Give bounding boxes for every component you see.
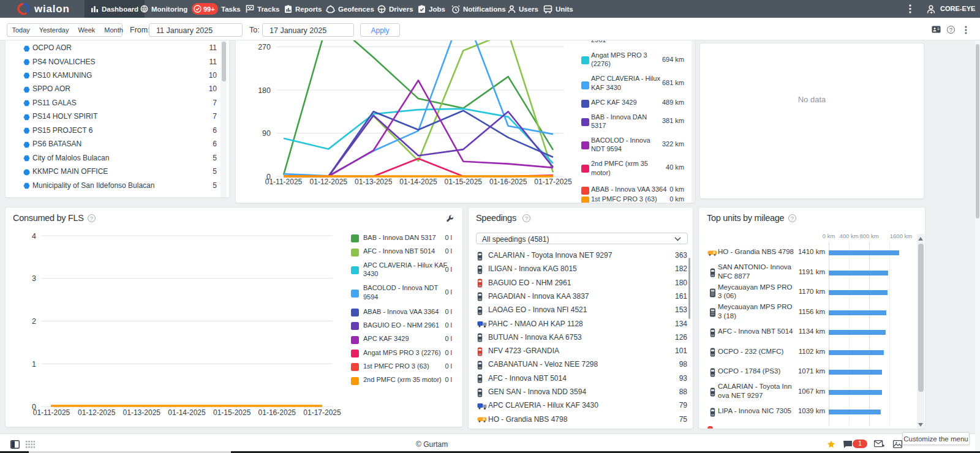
svg-text:270: 270 bbox=[258, 43, 271, 51]
svg-text:01-14-2025: 01-14-2025 bbox=[399, 178, 437, 186]
svg-text:4: 4 bbox=[32, 232, 36, 241]
svg-text:01-11-2025: 01-11-2025 bbox=[265, 178, 303, 186]
svg-text:01-15-2025: 01-15-2025 bbox=[213, 408, 251, 417]
svg-text:01-17-2025: 01-17-2025 bbox=[534, 178, 572, 186]
svg-text:01-14-2025: 01-14-2025 bbox=[168, 408, 206, 417]
svg-text:3: 3 bbox=[32, 274, 36, 283]
svg-text:01-13-2025: 01-13-2025 bbox=[355, 178, 393, 186]
svg-text:01-16-2025: 01-16-2025 bbox=[258, 408, 296, 417]
svg-text:2: 2 bbox=[32, 317, 36, 326]
svg-text:01-12-2025: 01-12-2025 bbox=[78, 408, 116, 417]
svg-text:01-11-2025: 01-11-2025 bbox=[33, 408, 70, 417]
svg-text:01-16-2025: 01-16-2025 bbox=[489, 178, 527, 186]
svg-text:01-13-2025: 01-13-2025 bbox=[123, 408, 161, 417]
svg-text:01-15-2025: 01-15-2025 bbox=[445, 178, 483, 186]
svg-text:1: 1 bbox=[32, 360, 36, 369]
svg-text:01-12-2025: 01-12-2025 bbox=[310, 178, 348, 186]
svg-text:01-17-2025: 01-17-2025 bbox=[303, 408, 341, 417]
svg-text:180: 180 bbox=[258, 86, 271, 95]
svg-text:90: 90 bbox=[262, 129, 271, 138]
